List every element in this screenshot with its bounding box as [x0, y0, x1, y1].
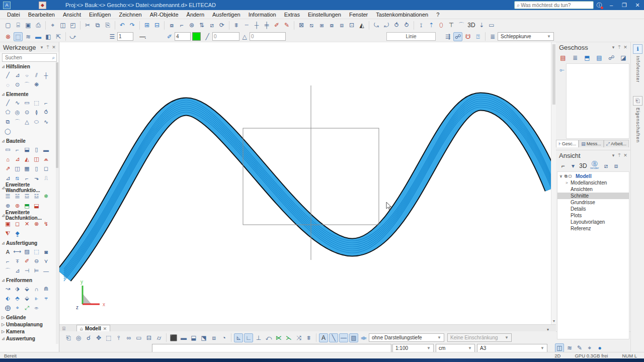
window-toggle-icon[interactable]: ◫	[555, 343, 564, 352]
plumb-icon[interactable]: ⇣	[477, 21, 486, 30]
solid-a-icon[interactable]: ⬗	[13, 284, 22, 294]
view-iso-icon[interactable]: ⧈	[337, 21, 346, 30]
center-axis-icon[interactable]: ⌖	[13, 303, 22, 313]
roof-slope-icon[interactable]: ⊿	[13, 154, 22, 164]
view-se-icon[interactable]: ⧆	[317, 21, 326, 30]
level-dim-icon[interactable]: ⍕	[13, 256, 22, 266]
wall-layer-3-icon[interactable]: ☲	[22, 192, 32, 201]
render-pot-icon[interactable]: ⌭	[154, 333, 164, 342]
layer-status-icon[interactable]: ≋	[565, 343, 574, 352]
align-c-icon[interactable]: ⫦	[32, 294, 41, 303]
view-top-icon[interactable]: ⊡	[347, 21, 356, 30]
hatch-number-input[interactable]	[117, 32, 133, 41]
angle-style-icon[interactable]: △	[240, 32, 249, 41]
white-board-icon[interactable]: ▭	[134, 333, 143, 342]
paper-size-select[interactable]: A3▼	[477, 344, 547, 352]
line-style-icon[interactable]: ╱	[203, 32, 212, 41]
menu-information[interactable]: Information	[245, 10, 280, 19]
door-icon[interactable]: ▯	[32, 164, 41, 173]
section-auswertung[interactable]: ⊿Auswertung	[0, 335, 59, 342]
search-input[interactable]	[520, 2, 591, 9]
polygon-icon[interactable]: ⬠	[3, 108, 13, 117]
column-icon[interactable]: ▯	[32, 145, 41, 154]
unit-select[interactable]: cm▼	[436, 344, 475, 352]
save-icon[interactable]: ▣	[24, 21, 33, 30]
view-sw-icon[interactable]: ⧇	[327, 21, 336, 30]
pen-status-icon[interactable]: ✎	[575, 343, 584, 352]
zoom-free-icon[interactable]: ☌	[84, 333, 93, 342]
surface-layers-icon[interactable]: ≣	[488, 32, 497, 41]
rotate-ccw-icon[interactable]: ⤺	[264, 333, 273, 342]
morph-b-icon[interactable]: ⬘	[13, 294, 22, 303]
roof-truss-icon[interactable]: ⩕	[41, 154, 51, 164]
dim-diameter-icon[interactable]: ⊖	[32, 256, 41, 266]
tree-item-modell[interactable]: ∨⧉ ▢Modell	[557, 173, 629, 179]
ellipse-icon[interactable]: ⬭	[32, 117, 41, 127]
section-bauteile[interactable]: ⊿Bauteile	[0, 137, 59, 144]
storey-stack-icon[interactable]: ≣	[571, 53, 580, 62]
tree-item-referenz[interactable]: Referenz	[557, 225, 629, 232]
panel-menu-icon[interactable]: ▾	[39, 45, 45, 50]
guide-arc-icon[interactable]: ⌒	[22, 80, 32, 89]
section-umbauplanung[interactable]: ▷Umbauplanung	[0, 321, 59, 328]
shade-solid-icon[interactable]: ⬛	[169, 333, 178, 342]
rect-points-icon[interactable]: ⬚	[32, 98, 41, 108]
restriction-select[interactable]: Keine Einschränkung▼	[447, 333, 512, 342]
command-input[interactable]	[152, 344, 391, 352]
guide-parallel-icon[interactable]: ⫽	[32, 70, 41, 80]
pin-icon[interactable]: ⍑	[616, 153, 622, 158]
edit-marker-icon[interactable]: ✎	[282, 21, 291, 30]
panel-menu-icon[interactable]: ▾	[610, 45, 616, 50]
text-t-icon[interactable]: ⊤	[447, 21, 456, 30]
text-a-icon[interactable]: A	[3, 247, 13, 256]
elitecad-icon[interactable]: ◆	[39, 2, 46, 9]
arch-2-icon[interactable]: ⋒	[41, 284, 51, 294]
open-folder-icon[interactable]: ⌸	[14, 21, 23, 30]
windows-taskbar-edge[interactable]	[0, 358, 644, 362]
menu-einstellungen[interactable]: Einstellungen	[304, 10, 345, 19]
roof-cut-info-icon[interactable]: ⊗	[32, 219, 41, 229]
dim-linear-icon[interactable]: ⟷	[13, 247, 22, 256]
curve-leader-icon[interactable]: ⌐	[3, 256, 13, 266]
arc-icon[interactable]: ⌒	[13, 117, 22, 127]
guide-line-icon[interactable]: ╱	[3, 70, 13, 80]
tools-scrollbar[interactable]	[56, 62, 58, 344]
opening-icon[interactable]: ◻	[41, 164, 51, 173]
orbit-3-icon[interactable]: ⥀	[392, 21, 401, 30]
axis-k-icon[interactable]: ⋉	[274, 333, 283, 342]
menu-tastenkombinationen[interactable]: Tastenkombinationen	[372, 10, 432, 19]
mode-3d-label-icon[interactable]: 3D	[579, 161, 588, 170]
cut-icon[interactable]: ✂	[83, 21, 92, 30]
freeform-icon[interactable]: ◯	[3, 127, 13, 136]
section-elemente[interactable]: ⊿Elemente	[0, 90, 59, 98]
dormer-icon[interactable]: ◫	[32, 154, 41, 164]
arc-tool-icon[interactable]: ⌒	[457, 21, 466, 30]
polyline-icon[interactable]: ∿	[13, 98, 22, 108]
undo-icon[interactable]: ↶	[118, 21, 127, 30]
roof-connect-icon[interactable]: ↯	[41, 219, 51, 229]
line-width-input[interactable]	[212, 32, 239, 41]
section-freiformen[interactable]: ⊿Freiformen	[0, 277, 59, 284]
axis-pair-icon[interactable]: ⋋	[284, 333, 293, 342]
close-icon[interactable]: ✕	[51, 45, 57, 50]
drag-on-icon[interactable]: ☍	[453, 32, 462, 41]
drag-off-icon[interactable]: ☋	[463, 32, 472, 41]
tools-search-input[interactable]	[4, 54, 49, 61]
double-arc-icon[interactable]: ≬	[32, 108, 41, 117]
triangle-icon[interactable]: △	[22, 117, 32, 127]
zoom-in-icon[interactable]: ⊞	[142, 21, 151, 30]
wall-icon[interactable]: ▭	[3, 145, 13, 154]
view-select-icon[interactable]: ⊾	[234, 333, 243, 342]
storey-tab-arbeit[interactable]: ⤢Arbeit...	[604, 140, 629, 147]
redo-icon[interactable]: ↷	[128, 21, 137, 30]
menu-zeichnen[interactable]: Zeichnen	[115, 10, 145, 19]
maximize-button[interactable]: ❐	[618, 0, 631, 10]
roof-cut-icon[interactable]: ✕	[22, 219, 32, 229]
storey-tab-gesc[interactable]: ⊦Gesc...	[556, 140, 579, 147]
image-view-icon[interactable]: ⧄	[601, 161, 610, 170]
storey-shade-icon[interactable]: ◪	[619, 53, 628, 62]
drawing-canvas[interactable]: y x z	[59, 42, 556, 324]
help-icon[interactable]: ⍰	[473, 32, 482, 41]
panel-menu-icon[interactable]: ▾	[610, 153, 616, 158]
paste-icon[interactable]: ⎘	[103, 21, 112, 30]
